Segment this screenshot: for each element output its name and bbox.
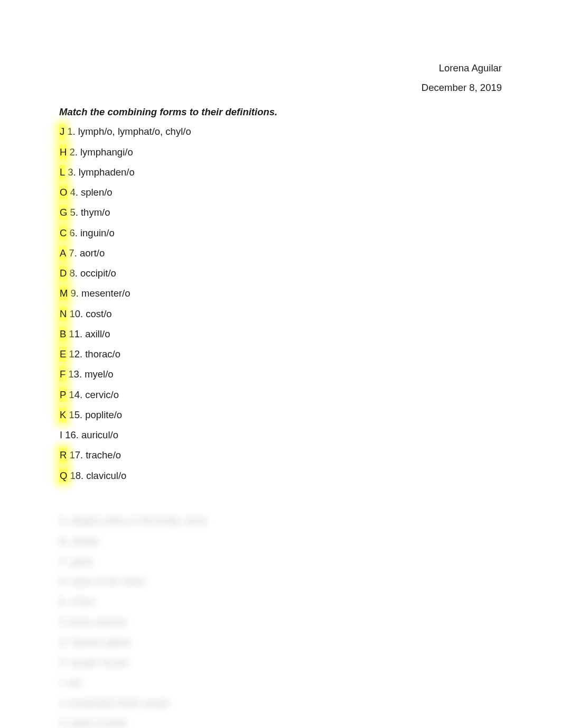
question-item: D8. occipit/o (59, 266, 502, 281)
blurred-line: C. groin (59, 554, 502, 569)
question-text: 17. trache/o (69, 449, 121, 460)
question-item: O4. splen/o (59, 185, 502, 200)
answer-letter: O (59, 185, 68, 200)
answer-letter: C (59, 226, 67, 241)
instruction-text: Match the combining forms to their defin… (59, 105, 502, 119)
document-header: Lorena Aguilar December 8, 2019 (59, 61, 502, 95)
question-list: J1. lymph/o, lymphat/o, chyl/oH2. lympha… (59, 124, 502, 483)
document-page: Lorena Aguilar December 8, 2019 Match th… (0, 0, 561, 728)
question-item: E12. thorac/o (59, 347, 502, 362)
question-text: 7. aort/o (69, 247, 105, 259)
blurred-line: G. thymus gland (59, 635, 502, 650)
answer-letter: R (59, 448, 67, 463)
blurred-line: B. armpit (59, 534, 502, 549)
question-item: Q18. clavicul/o (59, 468, 502, 483)
question-item: F13. myel/o (59, 367, 502, 382)
question-item: K15. poplite/o (59, 408, 502, 422)
question-item: B11. axill/o (59, 327, 502, 342)
answer-letter: H (59, 145, 67, 160)
question-text: 6. inguin/o (69, 227, 114, 238)
answer-letter: D (59, 266, 67, 281)
question-item: I16. auricul/o (59, 428, 502, 443)
question-text: 18. clavicul/o (70, 470, 126, 481)
question-text: 16. auricul/o (65, 429, 118, 440)
blurred-line: I. ear (59, 675, 502, 690)
question-text: 9. mesenter/o (70, 288, 130, 299)
question-item: L3. lymphaden/o (59, 165, 502, 180)
answer-letter: M (59, 286, 68, 301)
answer-letter: L (59, 165, 66, 180)
question-text: 14. cervic/o (69, 389, 119, 400)
answer-letter: F (59, 367, 66, 382)
question-text: 10. cost/o (69, 308, 111, 319)
document-date: December 8, 2019 (59, 80, 502, 95)
answer-letter: I (59, 428, 63, 443)
answer-letter: K (59, 408, 67, 422)
question-text: 5. thym/o (70, 207, 110, 218)
answer-letter: A (59, 246, 67, 261)
question-item: C6. inguin/o (59, 226, 502, 241)
question-item: A7. aort/o (59, 246, 502, 261)
question-item: J1. lymph/o, lymphat/o, chyl/o (59, 124, 502, 139)
answer-letter: J (59, 124, 65, 139)
question-text: 1. lymph/o, lymphat/o, chyl/o (67, 126, 191, 137)
question-text: 3. lymphaden/o (68, 167, 135, 178)
blurred-definitions: A. largest artery in the body; aortaB. a… (59, 513, 502, 728)
question-item: H2. lymphangi/o (59, 145, 502, 160)
answer-letter: G (59, 205, 68, 220)
question-text: 15. poplite/o (69, 409, 122, 420)
blurred-line: J. lymph(atic) fluid; lymph (59, 696, 502, 711)
blurred-line: F. bone marrow (59, 615, 502, 630)
question-text: 13. myel/o (68, 368, 113, 380)
question-text: 4. splen/o (70, 187, 112, 198)
answer-letter: N (59, 307, 67, 321)
blurred-line: E. chest (59, 594, 502, 609)
question-text: 11. axill/o (69, 328, 110, 339)
blurred-line: K. back of knee (59, 716, 502, 728)
blurred-line: D. back of the head (59, 574, 502, 589)
question-text: 12. thorac/o (69, 348, 120, 360)
question-item: G5. thym/o (59, 205, 502, 220)
author-name: Lorena Aguilar (59, 61, 502, 76)
question-text: 2. lymphangi/o (69, 146, 133, 158)
answer-letter: B (59, 327, 67, 342)
blurred-line: A. largest artery in the body; aorta (59, 513, 502, 528)
blurred-line: H. lymph vessel (59, 655, 502, 670)
question-item: R17. trache/o (59, 448, 502, 463)
answer-letter: P (59, 388, 67, 402)
question-item: N10. cost/o (59, 307, 502, 321)
question-text: 8. occipit/o (69, 268, 116, 279)
question-item: P14. cervic/o (59, 388, 502, 402)
answer-letter: E (59, 347, 67, 362)
question-item: M9. mesenter/o (59, 286, 502, 301)
answer-letter: Q (59, 468, 68, 483)
